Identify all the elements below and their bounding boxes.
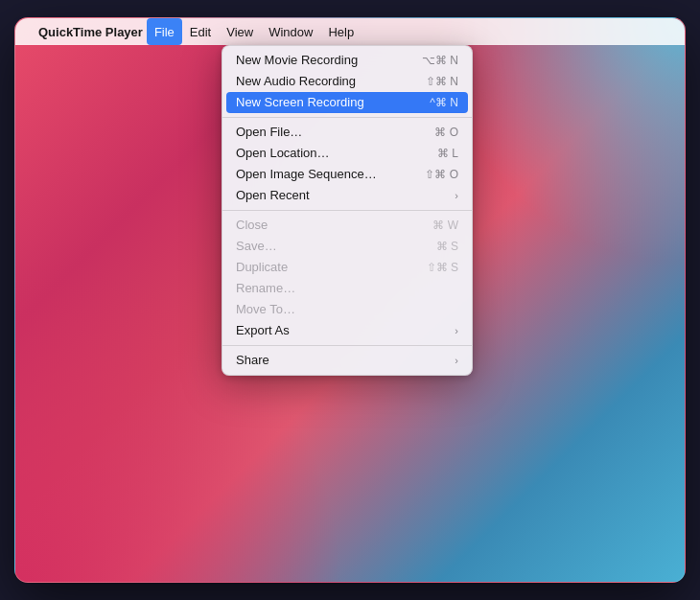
menu-file[interactable]: File — [147, 18, 182, 45]
menu-save: Save… ⌘ S — [222, 236, 472, 257]
menu-close: Close ⌘ W — [222, 215, 472, 236]
menu-rename: Rename… — [222, 278, 472, 299]
menu-new-movie-recording[interactable]: New Movie Recording ⌥⌘ N — [222, 50, 472, 71]
menu-open-recent[interactable]: Open Recent › — [222, 185, 472, 206]
share-arrow: › — [455, 350, 458, 371]
menu-help[interactable]: Help — [320, 18, 362, 45]
menubar: QuickTime Player File Edit View Window H… — [15, 18, 685, 45]
menu-window[interactable]: Window — [261, 18, 320, 45]
menu-edit[interactable]: Edit — [182, 18, 219, 45]
menu-open-image-sequence[interactable]: Open Image Sequence… ⇧⌘ O — [222, 164, 472, 185]
separator-2 — [222, 210, 472, 211]
file-dropdown-menu: New Movie Recording ⌥⌘ N New Audio Recor… — [222, 45, 473, 376]
menu-new-screen-recording[interactable]: New Screen Recording ^⌘ N — [226, 92, 468, 113]
app-name[interactable]: QuickTime Player — [38, 25, 143, 39]
separator-3 — [222, 345, 472, 346]
menu-view[interactable]: View — [219, 18, 261, 45]
mac-screen: QuickTime Player File Edit View Window H… — [14, 17, 686, 583]
separator-1 — [222, 117, 472, 118]
menu-new-audio-recording[interactable]: New Audio Recording ⇧⌘ N — [222, 71, 472, 92]
menu-share[interactable]: Share › — [222, 350, 472, 371]
menu-move-to: Move To… — [222, 299, 472, 320]
menu-export-as[interactable]: Export As › — [222, 320, 472, 341]
menu-open-location[interactable]: Open Location… ⌘ L — [222, 143, 472, 164]
menu-duplicate: Duplicate ⇧⌘ S — [222, 257, 472, 278]
menu-open-file[interactable]: Open File… ⌘ O — [222, 122, 472, 143]
export-as-arrow: › — [455, 320, 458, 341]
open-recent-arrow: › — [455, 185, 458, 206]
